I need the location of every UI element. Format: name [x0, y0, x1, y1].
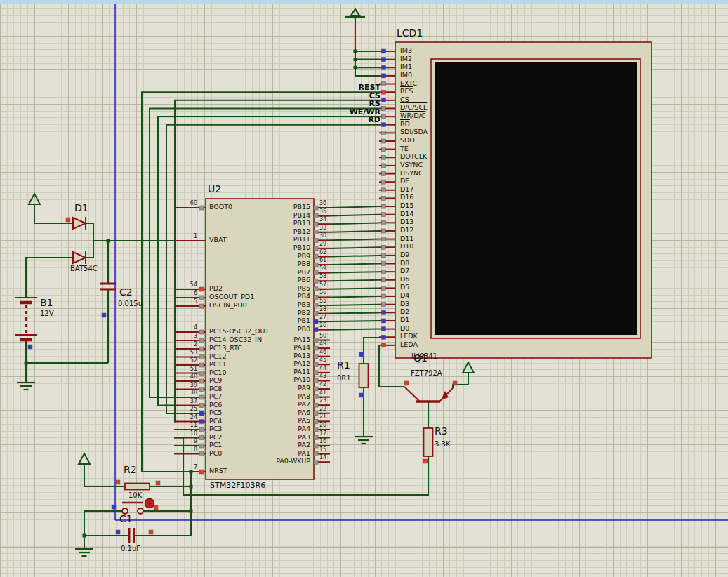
pin-state-indicator	[314, 403, 318, 407]
pin-state-indicator	[314, 246, 318, 251]
pin-state-indicator	[154, 505, 158, 510]
pin-state-indicator	[199, 338, 204, 343]
pin-state-indicator	[199, 287, 204, 291]
pin-state-indicator	[382, 106, 386, 110]
pin-state-indicator	[199, 379, 204, 383]
wire-junction	[107, 239, 110, 243]
transistor-q1[interactable]	[404, 387, 453, 428]
pin-state-indicator	[314, 346, 318, 350]
pin-state-indicator	[382, 213, 386, 217]
pin-state-indicator	[28, 345, 32, 349]
pin-state-indicator	[382, 65, 386, 69]
capacitor-c2[interactable]	[100, 284, 116, 289]
wire	[330, 206, 379, 208]
capacitor-c1[interactable]	[129, 528, 134, 543]
pin-state-indicator	[382, 139, 386, 143]
wire-junction	[354, 66, 357, 69]
wire	[330, 272, 379, 272]
ground-symbols	[17, 9, 373, 556]
wire	[86, 223, 93, 258]
pin-state-indicator	[314, 303, 318, 307]
pnp-emitter-arrow	[441, 391, 449, 400]
wire	[330, 247, 379, 248]
schematic-drawing	[0, 0, 728, 577]
pin-state-indicator	[382, 204, 386, 208]
pin-state-indicator	[314, 254, 318, 258]
pin-state-indicator	[116, 530, 120, 534]
pin-state-indicator	[382, 196, 386, 200]
pin-state-indicator	[314, 354, 318, 359]
pin-state-indicator	[382, 220, 386, 225]
pin-state-indicator	[314, 206, 318, 210]
pin-state-indicator	[199, 436, 204, 440]
pin-state-indicator	[314, 362, 318, 366]
pin-state-indicator	[199, 304, 204, 308]
pin-state-indicator	[314, 435, 318, 439]
pin-state-indicator	[382, 327, 386, 331]
pin-state-indicator	[314, 452, 318, 456]
pin-state-indicator	[382, 303, 386, 307]
pin-state-indicator	[314, 419, 318, 423]
lcd-screen	[435, 62, 637, 335]
pin-state-indicator	[199, 296, 204, 300]
pin-state-indicator	[314, 338, 318, 343]
pin-state-indicator	[382, 82, 386, 86]
pin-state-indicator	[314, 279, 318, 283]
pin-state-indicator	[66, 218, 70, 222]
pin-state-indicator	[199, 363, 204, 367]
pin-state-indicator	[314, 222, 318, 226]
lcd-component[interactable]	[395, 42, 651, 358]
pin-state-indicator	[314, 395, 318, 399]
pin-state-indicator	[453, 381, 457, 385]
pin-state-indicator	[382, 114, 386, 119]
battery-b1[interactable]	[15, 298, 37, 363]
wire	[330, 280, 379, 281]
wire	[330, 256, 379, 257]
pin-state-indicator	[199, 355, 204, 359]
wire	[330, 321, 379, 321]
window-top-edge	[0, 0, 728, 4]
pin-state-indicator	[382, 270, 386, 274]
pin-state-indicator	[382, 262, 386, 266]
pin-state-indicator	[199, 411, 204, 416]
resistor-r1[interactable]	[359, 364, 369, 387]
wire-junction	[354, 50, 357, 53]
resistor-r2[interactable]	[125, 484, 150, 490]
pin-state-indicator	[382, 49, 386, 53]
pin-state-indicator	[314, 371, 318, 375]
schematic-canvas[interactable]: LCD1 ILI9341 U2 STM32F103R6 D1 BAT54C B1…	[0, 0, 728, 577]
pin-state-indicator	[382, 286, 386, 290]
resistor-r3[interactable]	[424, 428, 433, 456]
pin-state-indicator	[314, 238, 318, 242]
pin-state-indicator	[359, 393, 364, 397]
pin-state-indicator	[382, 98, 386, 102]
wire-junction	[83, 534, 86, 538]
wire	[26, 258, 73, 298]
mcu-component[interactable]	[206, 199, 314, 479]
pin-state-indicator	[199, 427, 204, 432]
pin-state-indicator	[382, 147, 386, 152]
pin-state-indicator	[404, 381, 409, 385]
pin-state-indicator	[314, 387, 318, 391]
pin-state-indicator	[314, 378, 318, 383]
pin-state-indicator	[359, 352, 364, 357]
wire	[330, 231, 379, 232]
pin-state-indicator	[382, 172, 386, 176]
pin-state-indicator	[314, 319, 318, 324]
pin-state-indicator	[382, 237, 386, 241]
pin-state-indicator	[199, 347, 204, 351]
pin-state-indicator	[199, 420, 204, 424]
pin-state-indicator	[112, 505, 116, 509]
wire-junction	[190, 485, 193, 489]
diode-d1[interactable]	[73, 217, 86, 264]
pin-state-indicator	[314, 460, 318, 464]
pin-state-indicator	[382, 343, 386, 347]
wire-junction	[190, 510, 193, 513]
pin-state-indicator	[314, 312, 318, 316]
pin-state-indicator	[382, 180, 386, 184]
pin-state-indicator	[382, 278, 386, 282]
wire	[330, 296, 379, 297]
pin-state-indicator	[314, 328, 318, 332]
pin-state-indicator	[382, 294, 386, 298]
pin-state-indicator	[314, 427, 318, 432]
